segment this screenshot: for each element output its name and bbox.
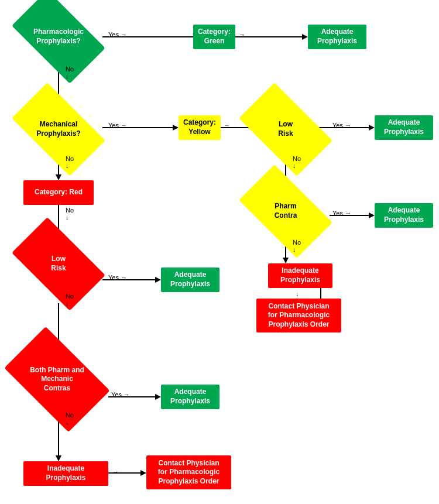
- adequate-prophylaxis-4: AdequateProphylaxis: [161, 268, 220, 292]
- svg-marker-7: [173, 125, 179, 131]
- svg-marker-11: [369, 125, 375, 131]
- yes-label-3: Yes →: [332, 122, 351, 129]
- low-risk-red-diamond: LowRisk: [18, 239, 100, 289]
- adequate-prophylaxis-5: AdequateProphylaxis: [161, 385, 220, 409]
- no-label-2: No↓: [66, 155, 74, 169]
- no-label-1: No↓: [66, 66, 74, 80]
- contact-physician-2: Contact Physicianfor PharmacologicProphy…: [146, 455, 231, 489]
- adequate-prophylaxis-2: AdequateProphylaxis: [375, 115, 433, 140]
- adequate-prophylaxis-1: AdequateProphylaxis: [308, 25, 366, 49]
- arrow-down-1: ↓: [296, 290, 299, 297]
- no-label-4: No↓: [293, 239, 301, 253]
- yes-label-1: Yes →: [108, 31, 127, 38]
- low-risk-yellow-diamond: LowRisk: [245, 104, 327, 155]
- category-green-box: Category:Green: [193, 25, 235, 49]
- category-red-box: Category: Red: [23, 180, 94, 205]
- svg-marker-31: [56, 455, 61, 461]
- svg-marker-3: [302, 34, 308, 40]
- yes-label-6: Yes →: [111, 391, 130, 398]
- svg-marker-29: [155, 394, 161, 400]
- svg-marker-33: [140, 470, 146, 476]
- no-label-3: No↓: [293, 155, 301, 169]
- svg-marker-17: [283, 258, 289, 263]
- arrow-label-2: →: [224, 122, 230, 129]
- pharm-contra-diamond: PharmContra: [245, 186, 327, 236]
- yes-label-5: Yes →: [108, 274, 127, 281]
- mechanical-diamond: MechanicalProphylaxis?: [18, 104, 100, 155]
- category-yellow-box: Category:Yellow: [179, 115, 221, 140]
- svg-marker-25: [155, 277, 161, 283]
- yes-label-2: Yes →: [108, 122, 127, 129]
- inadequate-prophylaxis-2: InadequateProphylaxis: [23, 461, 108, 486]
- adequate-prophylaxis-3: AdequateProphylaxis: [375, 203, 433, 228]
- no-label-7: No↓: [66, 412, 74, 426]
- pharmacologic-diamond: PharmacologicProphylaxis?: [18, 12, 100, 62]
- yes-label-4: Yes →: [332, 210, 351, 217]
- both-pharm-diamond: Both Pharm andMechanicContras: [12, 350, 102, 409]
- flowchart: PharmacologicProphylaxis? Yes → Category…: [0, 0, 439, 504]
- svg-marker-21: [56, 174, 61, 180]
- inadequate-prophylaxis-1: InadequateProphylaxis: [268, 263, 332, 288]
- arrow-label-1: →: [239, 31, 245, 38]
- svg-marker-15: [369, 212, 375, 218]
- arrow-label-3: →: [112, 468, 119, 475]
- no-label-5: No↓: [66, 207, 74, 221]
- contact-physician-1: Contact Physicianfor PharmacologicProphy…: [256, 299, 341, 332]
- no-label-6: No↓: [66, 293, 74, 307]
